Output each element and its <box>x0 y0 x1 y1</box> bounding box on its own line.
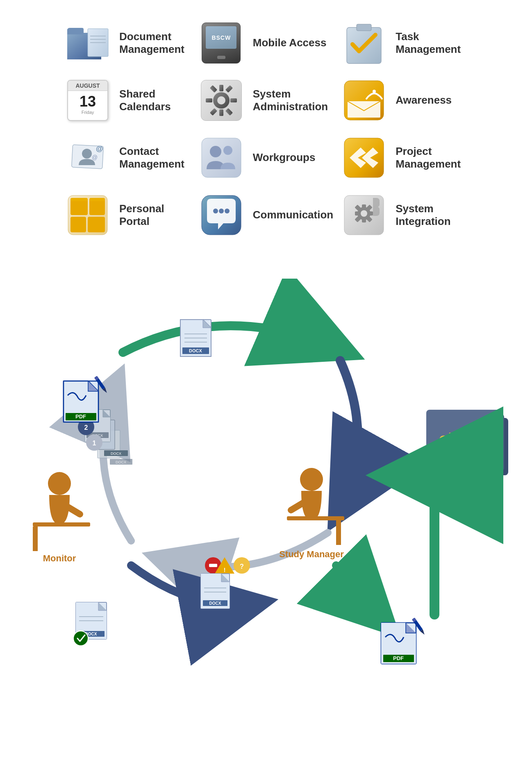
app-item-contact-management[interactable]: @ @ Contact Management <box>65 135 191 180</box>
svg-text:PDF: PDF <box>393 655 404 661</box>
svg-point-37 <box>219 209 224 213</box>
contact-management-icon: @ @ <box>65 135 110 180</box>
shared-calendars-label: Shared Calendars <box>119 88 171 113</box>
app-item-project-management[interactable]: Project Management <box>341 135 467 180</box>
svg-text:2: 2 <box>84 424 88 431</box>
svg-point-38 <box>225 209 230 213</box>
svg-rect-9 <box>219 109 223 116</box>
svg-text:?: ? <box>240 563 244 570</box>
document-management-icon <box>65 20 110 66</box>
svg-rect-54 <box>287 516 344 520</box>
task-management-icon <box>341 20 386 66</box>
svg-text:DOCX: DOCX <box>111 452 121 456</box>
workflow-section: Monitor Study Manager DOCX <box>0 279 532 680</box>
personal-portal-label: Personal Portal <box>119 202 164 228</box>
svg-text:@: @ <box>96 145 103 153</box>
system-administration-label: System Administration <box>253 88 328 113</box>
calendar-body: 13 Friday <box>68 91 107 118</box>
workgroups-label: Workgroups <box>253 151 316 164</box>
app-item-workgroups[interactable]: Workgroups <box>199 135 333 180</box>
app-item-awareness[interactable]: Awareness <box>341 78 467 123</box>
app-item-document-management[interactable]: Document Management <box>65 20 191 66</box>
workgroups-icon <box>199 135 244 180</box>
app-grid: Document Management BSCW Mobile Access <box>41 0 491 262</box>
svg-point-41 <box>361 210 367 217</box>
monitor-label: Monitor <box>43 553 76 563</box>
app-item-system-administration[interactable]: System Administration <box>199 78 333 123</box>
svg-point-25 <box>210 146 221 157</box>
svg-point-26 <box>223 146 232 155</box>
svg-rect-34 <box>89 198 105 201</box>
svg-rect-43 <box>362 218 366 222</box>
study-manager-label: Study Manager <box>279 549 344 559</box>
awareness-icon-svg <box>343 80 384 121</box>
calendar-day: 13 <box>80 94 96 109</box>
system-administration-icon <box>199 78 244 123</box>
svg-point-53 <box>300 468 323 491</box>
app-item-system-integration[interactable]: System Integration <box>341 193 467 238</box>
svg-rect-42 <box>362 204 366 209</box>
workgroups-icon-svg <box>201 137 242 178</box>
calendar-dayname: Friday <box>82 110 94 115</box>
mobile-button <box>217 56 225 59</box>
gear-icon-wrapper <box>201 80 242 121</box>
svg-text:DOCX: DOCX <box>116 460 126 464</box>
svg-rect-45 <box>368 211 373 216</box>
contact-management-label: Contact Management <box>119 145 184 170</box>
mobile-screen: BSCW <box>206 26 236 49</box>
workflow-diagram-svg: Monitor Study Manager DOCX <box>0 279 532 680</box>
project-management-label: Project Management <box>396 145 461 170</box>
app-item-shared-calendars[interactable]: AUGUST 13 Friday Shared Calendars <box>65 78 191 123</box>
svg-point-18 <box>373 90 376 93</box>
svg-rect-8 <box>219 85 223 91</box>
task-icon-svg <box>343 22 384 65</box>
svg-rect-32 <box>88 217 105 232</box>
svg-text:DOCX: DOCX <box>209 601 221 606</box>
calendar-icon: AUGUST 13 Friday <box>67 80 108 121</box>
task-management-label: Task Management <box>396 30 461 56</box>
svg-text:eTMF: eTMF <box>439 429 488 450</box>
svg-rect-44 <box>355 211 360 216</box>
app-item-task-management[interactable]: Task Management <box>341 20 467 66</box>
app-item-personal-portal[interactable]: Personal Portal <box>65 193 191 238</box>
contact-icon-svg: @ @ <box>66 136 109 179</box>
gear-icon-svg <box>205 84 238 117</box>
project-management-icon <box>341 135 386 180</box>
awareness-label: Awareness <box>396 94 452 107</box>
svg-rect-10 <box>230 98 237 102</box>
svg-rect-33 <box>70 198 88 201</box>
svg-rect-83 <box>209 564 217 567</box>
project-icon-svg <box>343 137 384 178</box>
svg-text:@: @ <box>92 154 98 161</box>
svg-point-7 <box>217 96 225 104</box>
personal-portal-icon <box>65 193 110 238</box>
svg-rect-31 <box>70 217 86 232</box>
document-management-label: Document Management <box>119 30 184 56</box>
svg-rect-51 <box>33 522 90 527</box>
communication-icon-svg <box>201 195 242 236</box>
system-integration-icon <box>341 193 386 238</box>
app-item-communication[interactable]: Communication <box>199 193 333 238</box>
communication-label: Communication <box>253 209 333 221</box>
shared-calendars-icon: AUGUST 13 Friday <box>65 78 110 123</box>
svg-point-21 <box>82 149 92 159</box>
communication-icon <box>199 193 244 238</box>
svg-rect-5 <box>357 24 371 31</box>
mobile-access-icon: BSCW <box>199 20 244 66</box>
svg-rect-52 <box>33 527 38 551</box>
svg-rect-24 <box>202 138 241 177</box>
svg-text:DOCX: DOCX <box>189 348 202 353</box>
svg-point-97 <box>73 631 88 646</box>
folder-icon-svg <box>66 25 109 61</box>
svg-rect-11 <box>206 98 212 102</box>
svg-rect-55 <box>336 520 341 545</box>
svg-text:PDF: PDF <box>75 413 86 420</box>
mobile-icon: BSCW <box>202 23 241 64</box>
sysint-icon-svg <box>343 195 384 236</box>
portal-icon-svg <box>67 195 108 236</box>
calendar-month: AUGUST <box>68 81 107 91</box>
awareness-icon <box>341 78 386 123</box>
svg-point-36 <box>213 209 218 213</box>
mobile-access-label: Mobile Access <box>253 36 327 49</box>
app-item-mobile-access[interactable]: BSCW Mobile Access <box>199 20 333 66</box>
